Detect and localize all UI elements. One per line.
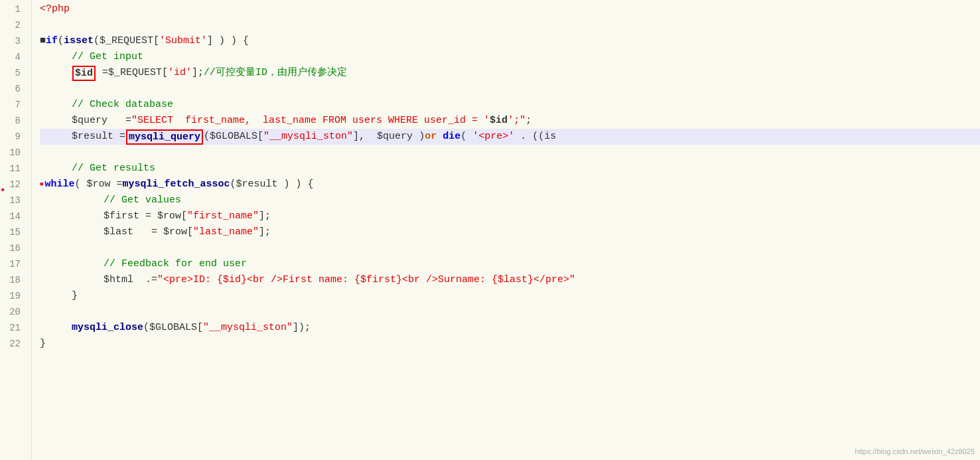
token-paren-open: ( bbox=[58, 33, 64, 49]
token-comment-db: // Check database bbox=[72, 97, 173, 113]
token-result-comma: ], bbox=[353, 129, 377, 145]
token-close-end: ]); bbox=[293, 320, 311, 336]
token-isset: isset bbox=[64, 33, 94, 49]
line-22: } bbox=[40, 336, 980, 352]
line-21: mysqli_close ($GLOBALS[ "__mysqli_ston" … bbox=[40, 320, 980, 336]
line-8: $query = "SELECT first_name, last_name F… bbox=[40, 113, 980, 129]
token-submit-end: ] ) ) { bbox=[207, 33, 249, 49]
token-request-id: $_REQUEST[ bbox=[108, 65, 168, 81]
token-while-paren: ( $row = bbox=[74, 177, 122, 192]
token-dot3: ■ bbox=[40, 33, 46, 49]
token-html-str: "<pre>ID: {$id}<br />First name: {$first… bbox=[157, 272, 575, 288]
ln-17: 17 bbox=[0, 256, 26, 272]
token-comment-results: // Get results bbox=[72, 161, 155, 177]
token-ston-str: "__mysqli_ston" bbox=[203, 320, 293, 336]
token-semicolon8: ; bbox=[525, 113, 531, 129]
token-id-end: ]; bbox=[192, 65, 204, 81]
ln-5: 5 bbox=[0, 65, 26, 81]
line-9: $result = mysqli_query ($GLOBALS[ "__mys… bbox=[40, 129, 980, 145]
line-12: ■ while ( $row = mysqli_fetch_assoc ( $r… bbox=[40, 177, 980, 192]
token-eq5: = bbox=[96, 65, 108, 81]
token-query-str: "SELECT first_name, last_name FROM users… bbox=[131, 113, 490, 129]
ln-7: 7 bbox=[0, 97, 26, 113]
ln-14: 14 bbox=[0, 208, 26, 224]
line-14: $first = $row[ "first_name" ]; bbox=[40, 208, 980, 224]
token-comment-input: // Get input bbox=[72, 49, 143, 65]
token-result-close: ) bbox=[413, 129, 425, 145]
token-pre-str: '<pre>' bbox=[472, 129, 514, 145]
line-10 bbox=[40, 145, 980, 161]
line-7: // Check database bbox=[40, 97, 980, 113]
ln-3: 3 bbox=[0, 33, 26, 49]
ln-21: 21 bbox=[0, 320, 26, 336]
token-result-ref12: $result bbox=[236, 177, 277, 192]
ln-22: 22 bbox=[0, 336, 26, 352]
ln-13: 13 bbox=[0, 192, 26, 208]
token-comment-feedback: // Feedback for end user bbox=[104, 256, 247, 272]
line-4: // Get input bbox=[40, 49, 980, 65]
token-dot12: ■ bbox=[40, 177, 43, 192]
ln-4: 4 bbox=[0, 49, 26, 65]
ln-1: 1 bbox=[0, 1, 26, 17]
token-while: while bbox=[44, 177, 74, 192]
line-16 bbox=[40, 240, 980, 256]
ln-11: 11 bbox=[0, 161, 26, 177]
code-container: 1 2 3 4 5 6 7 8 9 10 11 12 13 14 15 16 1… bbox=[0, 0, 980, 460]
token-isset-paren: ( bbox=[94, 33, 100, 49]
ln-6: 6 bbox=[0, 81, 26, 97]
line-15: $last = $row[ "last_name" ]; bbox=[40, 224, 980, 240]
ln-19: 19 bbox=[0, 288, 26, 304]
line-20 bbox=[40, 304, 980, 320]
line-13: // Get values bbox=[40, 192, 980, 208]
line-18: $html .= "<pre>ID: {$id}<br />First name… bbox=[40, 272, 980, 288]
line-numbers: 1 2 3 4 5 6 7 8 9 10 11 12 13 14 15 16 1… bbox=[0, 0, 32, 460]
token-comment-values: // Get values bbox=[104, 192, 181, 208]
token-mysqli-fetch: mysqli_fetch_assoc bbox=[122, 177, 230, 192]
token-html-var: $html .= bbox=[104, 272, 157, 288]
ln-2: 2 bbox=[0, 17, 26, 33]
token-php-tag: <?php bbox=[40, 1, 70, 17]
token-if: if bbox=[46, 33, 58, 49]
token-last-name-str: "last_name" bbox=[193, 224, 259, 240]
token-query-var: $query = bbox=[72, 113, 131, 129]
token-query-str-end: ';" bbox=[508, 113, 525, 129]
token-or: or bbox=[425, 129, 437, 145]
token-query-ref: $query bbox=[377, 129, 413, 145]
token-first-var: $first = $row[ bbox=[104, 208, 187, 224]
line-1: <?php bbox=[40, 1, 980, 17]
token-mysqli-close: mysqli_close bbox=[72, 320, 143, 336]
ln-8: 8 bbox=[0, 113, 26, 129]
line-5: $id = $_REQUEST[ 'id' ]; //可控变量ID，由用户传参决… bbox=[40, 65, 980, 81]
line-19: } bbox=[40, 288, 980, 304]
ln-18: 18 bbox=[0, 272, 26, 288]
token-while-end: ) ) { bbox=[278, 177, 314, 192]
token-id-in-query: $id bbox=[490, 113, 508, 129]
token-close2: } bbox=[40, 336, 46, 352]
line-2 bbox=[40, 17, 980, 33]
line-3: ■ if ( isset ( $_REQUEST[ 'Submit' ] ) )… bbox=[40, 33, 980, 49]
token-submit-str: 'Submit' bbox=[159, 33, 207, 49]
ln-20: 20 bbox=[0, 304, 26, 320]
token-space-die bbox=[437, 129, 443, 145]
token-fetch-args: ( bbox=[230, 177, 236, 192]
ln-15: 15 bbox=[0, 224, 26, 240]
ln-10: 10 bbox=[0, 145, 26, 161]
token-first-end: ]; bbox=[259, 208, 271, 224]
token-close-paren: ($GLOBALS[ bbox=[143, 320, 203, 336]
token-request-submit: $_REQUEST[ bbox=[100, 33, 159, 49]
line-6 bbox=[40, 81, 980, 97]
token-close1: } bbox=[72, 288, 78, 304]
token-id-str: 'id' bbox=[168, 65, 192, 81]
ln-16: 16 bbox=[0, 240, 26, 256]
token-first-name-str: "first_name" bbox=[187, 208, 259, 224]
ln-9: 9 bbox=[0, 129, 26, 145]
ln-12: 12 bbox=[0, 177, 26, 192]
token-result-var: $result = bbox=[72, 129, 125, 145]
token-comment-zh: //可控变量ID，由用户传参决定 bbox=[204, 65, 347, 81]
token-last-end: ]; bbox=[259, 224, 271, 240]
line-11: // Get results bbox=[40, 161, 980, 177]
token-result-paren: ($GLOBALS[ bbox=[204, 129, 263, 145]
token-mysqli-query-boxed: mysqli_query bbox=[126, 129, 203, 145]
token-die: die bbox=[443, 129, 460, 145]
token-die-args: ( bbox=[460, 129, 472, 145]
